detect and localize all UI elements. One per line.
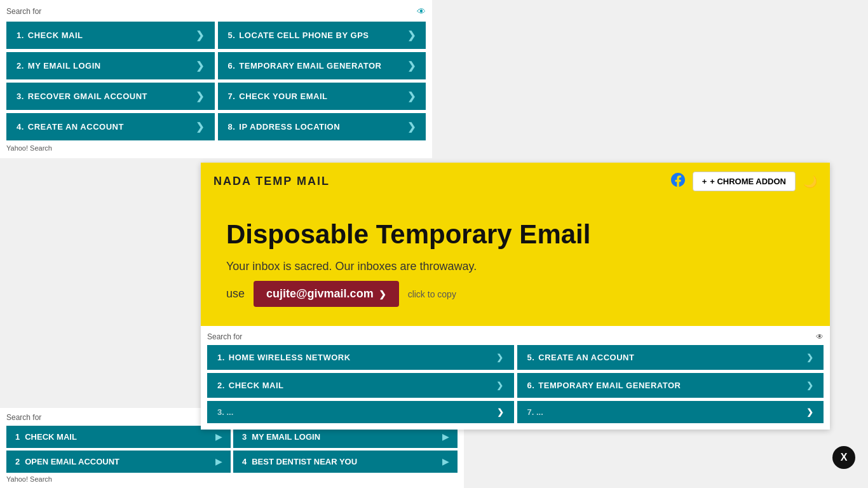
bottom-ad-1-label: 1CHECK MAIL: [15, 432, 77, 442]
search-for-bar-top: Search for 👁: [6, 6, 426, 17]
ad-item-5-label: 5.LOCATE CELL PHONE BY GPS: [228, 30, 369, 40]
app-chevron-1: ❯: [496, 353, 504, 362]
app-ad-6[interactable]: 6.TEMPORARY EMAIL GENERATOR ❯: [517, 373, 824, 398]
top-ad-left: Search for 👁 1.CHECK MAIL ❯ 5.LOCATE CEL…: [0, 0, 432, 158]
ad-item-2-label: 2.MY EMAIL LOGIN: [17, 61, 101, 71]
main-app: NADA TEMP MAIL + + CHROME ADDON 🌙 Dispos…: [201, 163, 830, 430]
copy-hint: click to copy: [408, 289, 456, 299]
ad-item-5[interactable]: 5.LOCATE CELL PHONE BY GPS ❯: [218, 22, 426, 49]
app-ad-5[interactable]: 5.CREATE AN ACCOUNT ❯: [517, 345, 824, 370]
app-ad-partial-1-label: 3. ...: [217, 407, 233, 417]
ad-item-7[interactable]: 7.CHECK YOUR EMAIL ❯: [218, 83, 426, 110]
app-chevron-2: ❯: [496, 381, 504, 390]
app-header: NADA TEMP MAIL + + CHROME ADDON 🌙: [201, 163, 830, 200]
chevron-7: ❯: [407, 90, 416, 102]
app-logo: NADA TEMP MAIL: [214, 175, 330, 188]
app-eye-icon: 👁: [816, 332, 824, 341]
hero-subtext: Your inbox is sacred. Our inboxes are th…: [226, 260, 804, 273]
app-ad-2[interactable]: 2.CHECK MAIL ❯: [207, 373, 514, 398]
app-bottom-ad: Search for 👁 1.HOME WIRELESS NETWORK ❯ 5…: [201, 326, 830, 430]
bottom-ad-2[interactable]: 2OPEN EMAIL ACCOUNT ▶: [6, 451, 231, 473]
ad-item-4-label: 4.CREATE AN ACCOUNT: [17, 122, 124, 132]
bottom-search-for-label: Search for: [6, 413, 41, 422]
app-search-for-bar: Search for 👁: [207, 332, 824, 341]
ad-item-8-label: 8.IP ADDRESS LOCATION: [228, 122, 341, 132]
bottom-ad-1[interactable]: 1CHECK MAIL ▶: [6, 426, 231, 448]
chevron-5: ❯: [407, 29, 416, 41]
app-search-for-label: Search for: [207, 332, 242, 341]
bottom-ad-grid: 1CHECK MAIL ▶ 3MY EMAIL LOGIN ▶ 2OPEN EM…: [6, 426, 458, 473]
ad-item-3[interactable]: 3.RECOVER GMAIL ACCOUNT ❯: [6, 83, 215, 110]
app-ad-6-label: 6.TEMPORARY EMAIL GENERATOR: [527, 381, 681, 390]
app-ad-partial-1[interactable]: 3. ... ❯: [207, 401, 514, 423]
chrome-addon-label: + CHROME ADDON: [710, 177, 786, 186]
app-bottom-grid: 1.HOME WIRELESS NETWORK ❯ 5.CREATE AN AC…: [207, 345, 824, 423]
app-chevron-partial-2: ❯: [806, 407, 813, 417]
ad-item-6-label: 6.TEMPORARY EMAIL GENERATOR: [228, 61, 382, 71]
chevron-3: ❯: [196, 90, 205, 102]
bottom-arrow-4: ▶: [442, 457, 449, 466]
yahoo-bottom: Yahoo! Search: [6, 475, 458, 483]
close-button[interactable]: X: [832, 446, 855, 469]
app-chevron-5: ❯: [806, 353, 814, 362]
bottom-ad-3-label: 3MY EMAIL LOGIN: [242, 432, 320, 442]
chevron-6: ❯: [407, 60, 416, 72]
top-ad-grid: 1.CHECK MAIL ❯ 5.LOCATE CELL PHONE BY GP…: [6, 22, 426, 140]
ad-item-6[interactable]: 6.TEMPORARY EMAIL GENERATOR ❯: [218, 52, 426, 79]
email-badge[interactable]: cujite@givmail.com ❯: [254, 281, 399, 307]
chevron-4: ❯: [196, 121, 205, 133]
app-ad-partial-2[interactable]: 7. ... ❯: [517, 401, 824, 423]
app-chevron-6: ❯: [806, 381, 814, 390]
ad-item-2[interactable]: 2.MY EMAIL LOGIN ❯: [6, 52, 215, 79]
bottom-arrow-2: ▶: [215, 457, 222, 466]
ad-item-1[interactable]: 1.CHECK MAIL ❯: [6, 22, 215, 49]
hero-headline: Disposable Temporary Email: [226, 219, 804, 250]
email-row: use cujite@givmail.com ❯ click to copy: [226, 281, 804, 307]
use-label: use: [226, 287, 245, 301]
email-address: cujite@givmail.com: [266, 287, 374, 301]
app-chevron-partial-1: ❯: [497, 407, 504, 417]
hero-section: Disposable Temporary Email Your inbox is…: [201, 200, 830, 320]
chevron-8: ❯: [407, 121, 416, 133]
app-ad-5-label: 5.CREATE AN ACCOUNT: [527, 353, 635, 362]
ad-item-1-label: 1.CHECK MAIL: [17, 30, 83, 40]
ad-item-8[interactable]: 8.IP ADDRESS LOCATION ❯: [218, 113, 426, 140]
ad-item-7-label: 7.CHECK YOUR EMAIL: [228, 92, 328, 101]
ad-item-4[interactable]: 4.CREATE AN ACCOUNT ❯: [6, 113, 215, 140]
dropdown-arrow-icon: ❯: [379, 289, 386, 299]
chrome-addon-button[interactable]: + + CHROME ADDON: [693, 172, 796, 191]
bottom-arrow-3: ▶: [442, 432, 449, 442]
search-for-label-top: Search for: [6, 7, 41, 16]
yahoo-search-top: Yahoo! Search: [6, 144, 426, 152]
dark-mode-button[interactable]: 🌙: [803, 175, 817, 189]
eye-icon-top: 👁: [417, 6, 426, 17]
chevron-2: ❯: [196, 60, 205, 72]
plus-icon: +: [702, 177, 707, 186]
chevron-1: ❯: [196, 29, 205, 41]
app-ad-2-label: 2.CHECK MAIL: [217, 381, 283, 390]
bottom-ad-2-label: 2OPEN EMAIL ACCOUNT: [15, 457, 119, 466]
app-ad-1[interactable]: 1.HOME WIRELESS NETWORK ❯: [207, 345, 514, 370]
header-right: + + CHROME ADDON 🌙: [671, 172, 817, 191]
app-ad-partial-2-label: 7. ...: [527, 407, 543, 417]
facebook-button[interactable]: [671, 173, 685, 190]
ad-item-3-label: 3.RECOVER GMAIL ACCOUNT: [17, 92, 147, 101]
bottom-arrow-1: ▶: [215, 432, 222, 442]
close-icon: X: [841, 452, 848, 463]
app-ad-1-label: 1.HOME WIRELESS NETWORK: [217, 353, 351, 362]
bottom-ad-4-label: 4BEST DENTIST NEAR YOU: [242, 457, 357, 466]
bottom-ad-4[interactable]: 4BEST DENTIST NEAR YOU ▶: [233, 451, 458, 473]
